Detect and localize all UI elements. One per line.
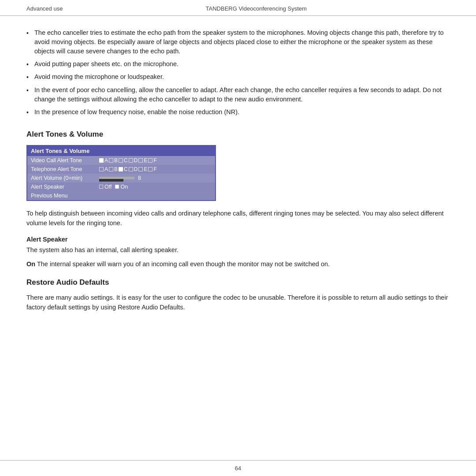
tel-tone-option-c-selected[interactable]: C	[119, 166, 128, 172]
bullet-dot: •	[26, 29, 34, 56]
bullet-dot: •	[26, 108, 34, 117]
list-item: • In the event of poor echo cancelling, …	[26, 86, 450, 104]
alert-speaker-subheading: Alert Speaker	[26, 236, 450, 243]
bullet-list: • The echo canceller tries to estimate t…	[26, 28, 450, 117]
tel-tone-option-f[interactable]: F	[148, 166, 156, 172]
bullet-dot: •	[26, 60, 34, 69]
video-call-tone-options: A B C D E F	[99, 157, 157, 164]
tel-tone-option-a[interactable]: A	[99, 166, 108, 172]
telephone-tone-options: A B C D E F	[99, 166, 157, 172]
bullet-dot: •	[26, 73, 34, 82]
previous-menu-button[interactable]: Previous Menu	[27, 191, 215, 200]
list-item: • Avoid moving the microphone or loudspe…	[26, 72, 450, 82]
tel-tone-option-d[interactable]: D	[129, 166, 138, 172]
alert-speaker-subsection: Alert Speaker The system also has an int…	[26, 236, 450, 269]
tone-option-e[interactable]: E	[138, 157, 147, 164]
tone-option-d[interactable]: D	[129, 157, 138, 164]
list-item: • The echo canceller tries to estimate t…	[26, 28, 450, 56]
bullet-text: Avoid moving the microphone or loudspeak…	[34, 72, 450, 82]
tone-option-c[interactable]: C	[119, 157, 128, 164]
video-call-alert-label: Video Call Alert Tone	[31, 157, 99, 164]
speaker-on-radio	[115, 185, 119, 189]
page-footer: 64	[0, 460, 476, 476]
tone-option-a-selected[interactable]: A	[99, 157, 108, 164]
bullet-text: Avoid putting paper sheets etc. on the m…	[34, 60, 450, 69]
bullet-dot: •	[26, 86, 34, 104]
list-item: • In the presence of low frequency noise…	[26, 108, 450, 117]
telephone-alert-label: Telephone Alert Tone	[31, 166, 99, 172]
restore-audio-section: Restore Audio Defaults There are many au…	[26, 278, 450, 312]
list-item: • Avoid putting paper sheets etc. on the…	[26, 60, 450, 69]
speaker-off-label: Off	[104, 184, 112, 190]
volume-bar-track[interactable]	[99, 177, 134, 179]
ui-box: Alert Tones & Volume Video Call Alert To…	[26, 145, 216, 201]
bullet-text: The echo canceller tries to estimate the…	[34, 28, 450, 56]
page: Advanced use TANDBERG Videoconferencing …	[0, 0, 476, 476]
page-header: Advanced use TANDBERG Videoconferencing …	[0, 0, 476, 16]
restore-heading: Restore Audio Defaults	[26, 278, 450, 287]
video-call-alert-row: Video Call Alert Tone A B C D E F	[27, 156, 215, 165]
alert-speaker-label: Alert Speaker	[31, 184, 99, 190]
page-number: 64	[235, 465, 241, 472]
on-desc-text: The internal speaker will warn you of an…	[35, 260, 330, 268]
header-center: TANDBERG Videoconferencing System	[206, 5, 307, 12]
speaker-on-label: On	[120, 184, 128, 190]
tel-tone-option-b[interactable]: B	[109, 166, 118, 172]
tone-option-b[interactable]: B	[109, 157, 118, 164]
bullet-text: In the event of poor echo cancelling, al…	[34, 86, 450, 104]
speaker-off-option[interactable]: Off	[99, 184, 112, 190]
on-description: On The internal speaker will warn you of…	[26, 260, 450, 269]
volume-bar-fill	[99, 179, 123, 182]
restore-description: There are many audio settings. It is eas…	[26, 293, 450, 312]
previous-menu-label: Previous Menu	[31, 193, 67, 199]
alert-tones-description: To help distinguish between incoming vid…	[26, 209, 450, 228]
telephone-alert-row: Telephone Alert Tone A B C D E F	[27, 165, 215, 174]
alert-tones-section: Alert Tones & Volume Alert Tones & Volum…	[26, 130, 450, 269]
main-content: • The echo canceller tries to estimate t…	[0, 16, 476, 460]
speaker-options: Off On	[99, 184, 128, 190]
speaker-on-option[interactable]: On	[115, 184, 128, 190]
bullet-text: In the presence of low frequency noise, …	[34, 108, 450, 117]
alert-volume-label: Alert Volume (0=min)	[31, 175, 99, 181]
section-heading: Alert Tones & Volume	[26, 130, 450, 139]
volume-control: 8	[99, 175, 141, 181]
tone-option-f[interactable]: F	[148, 157, 156, 164]
on-label: On	[26, 260, 35, 268]
header-left: Advanced use	[26, 5, 63, 12]
alert-speaker-subdesc: The system also has an internal, call al…	[26, 245, 450, 255]
alert-speaker-row: Alert Speaker Off On	[27, 182, 215, 191]
volume-value: 8	[138, 175, 141, 181]
ui-box-title: Alert Tones & Volume	[27, 146, 215, 156]
alert-volume-row: Alert Volume (0=min) 8	[27, 174, 215, 182]
speaker-off-radio	[99, 185, 103, 189]
tel-tone-option-e[interactable]: E	[138, 166, 147, 172]
